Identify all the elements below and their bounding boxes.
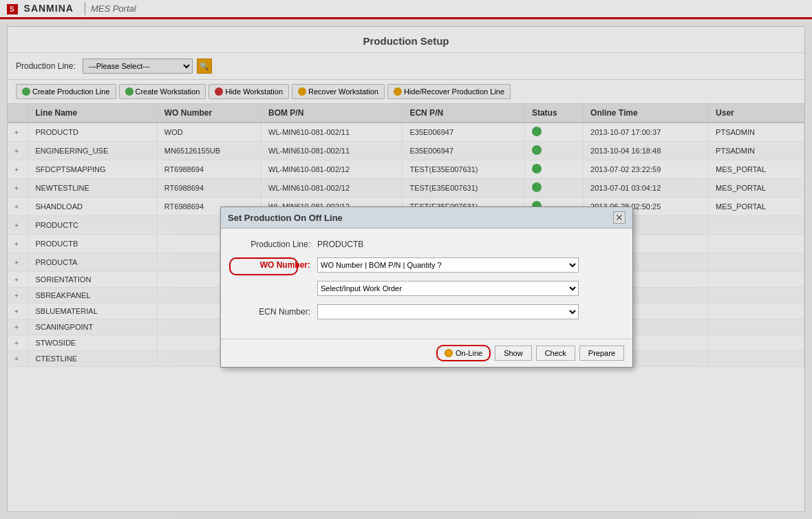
check-button[interactable]: Check (536, 346, 575, 361)
show-button[interactable]: Show (495, 346, 532, 361)
modal-overlay: Set Production On Off Line ✕ Production … (0, 0, 812, 519)
online-button[interactable]: On-Line (436, 345, 491, 361)
ecn-number-select[interactable] (317, 304, 579, 319)
modal-body: Production Line: PRODUCTB WO Number: WO … (221, 229, 632, 339)
wo-number-select[interactable]: WO Number | BOM P/N | Quantity ? (317, 257, 579, 273)
modal-dialog: Set Production On Off Line ✕ Production … (220, 206, 633, 368)
prepare-button[interactable]: Prepare (579, 346, 624, 361)
modal-wo-input-row: Select/Input Work Order (235, 281, 619, 296)
modal-footer: On-Line Show Check Prepare (221, 339, 632, 367)
modal-production-line-value: PRODUCTB (317, 240, 363, 249)
modal-close-button[interactable]: ✕ (613, 211, 626, 224)
modal-production-line-label: Production Line: (235, 240, 317, 249)
modal-wo-number-row: WO Number: WO Number | BOM P/N | Quantit… (235, 257, 619, 273)
online-icon (445, 349, 453, 357)
modal-header: Set Production On Off Line ✕ (221, 207, 632, 229)
modal-ecn-label: ECN Number: (235, 307, 317, 317)
wo-input-select[interactable]: Select/Input Work Order (317, 281, 579, 296)
online-label: On-Line (456, 349, 482, 357)
modal-wo-label: WO Number: (235, 260, 317, 270)
modal-title: Set Production On Off Line (228, 213, 343, 223)
modal-ecn-row: ECN Number: (235, 304, 619, 319)
modal-production-line-row: Production Line: PRODUCTB (235, 240, 619, 249)
